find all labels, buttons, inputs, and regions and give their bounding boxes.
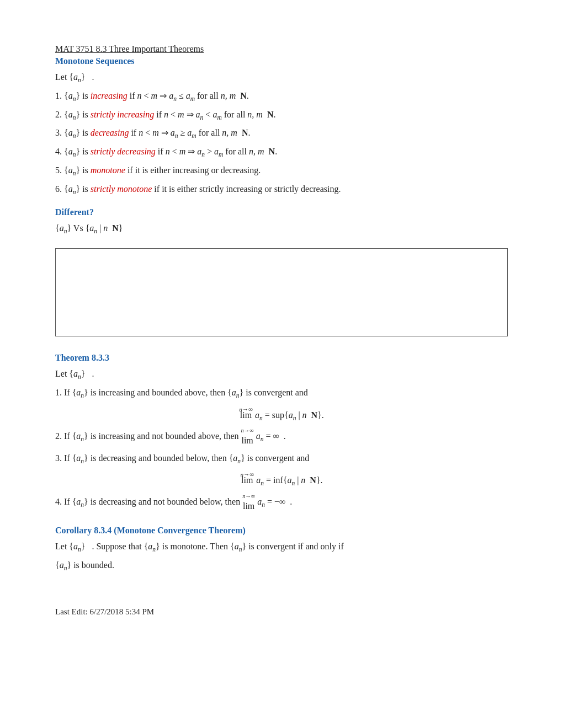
last-edit: Last Edit: 6/27/2018 5:34 PM <box>55 607 508 617</box>
thm-lim3-formula: n→∞ lim an = inf{an | n N}. <box>55 471 508 486</box>
thm-item1-line: 1. If {an} is increasing and bounded abo… <box>55 385 508 402</box>
thm-lim1-formula: n→∞ lim an = sup{an | n N}. <box>55 406 508 421</box>
monotone-sequences-heading: Monotone Sequences <box>55 56 508 66</box>
let-an-line: Let {an} . <box>55 69 508 86</box>
theorem-section: Theorem 8.3.3 Let {an} . 1. If {an} is i… <box>55 353 508 513</box>
page-title: MAT 3751 8.3 Three Important Theorems <box>55 44 508 54</box>
thm-item3-line: 3. If {an} is decreasing and bounded bel… <box>55 451 508 467</box>
item1-line: 1. {an} is increasing if n < m ⇒ an ≤ am… <box>55 88 508 105</box>
item2-line: 2. {an} is strictly increasing if n < m … <box>55 107 508 124</box>
item3-line: 3. {an} is decreasing if n < m ⇒ an ≥ am… <box>55 125 508 142</box>
different-expr: {an} Vs {an | n N} <box>55 221 508 237</box>
thm-item2-line: 2. If {an} is increasing and not bounded… <box>55 426 508 448</box>
corollary-section: Corollary 8.3.4 (Monotone Convergence Th… <box>55 526 508 574</box>
item5-line: 5. {an} is monotone if it is either incr… <box>55 163 508 179</box>
thm-let-line: Let {an} . <box>55 366 508 383</box>
blank-box <box>55 248 508 336</box>
corollary-bounded: {an} is bounded. <box>55 558 508 574</box>
theorem-heading: Theorem 8.3.3 <box>55 353 508 363</box>
item6-line: 6. {an} is strictly monotone if it is ei… <box>55 181 508 198</box>
different-heading: Different? <box>55 207 508 217</box>
thm-item4-line: 4. If {an} is decreasing and not bounded… <box>55 491 508 514</box>
corollary-text: Let {an} . Suppose that {an} is monotone… <box>55 539 508 555</box>
corollary-heading: Corollary 8.3.4 (Monotone Convergence Th… <box>55 526 508 536</box>
different-section: Different? {an} Vs {an | n N} <box>55 207 508 237</box>
item4-line: 4. {an} is strictly decreasing if n < m … <box>55 144 508 160</box>
